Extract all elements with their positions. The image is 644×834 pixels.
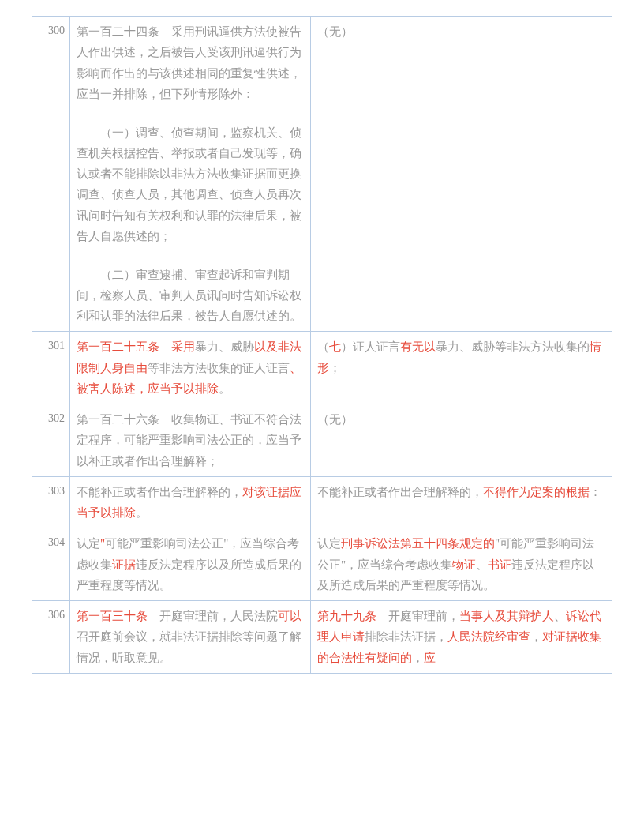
text-segment: 有无以 (400, 340, 436, 353)
text-segment: 当事人及其辩护人 (459, 610, 554, 622)
text-segment: ， (412, 652, 424, 664)
text-segment: 、 (554, 610, 566, 622)
paragraph: 不能补正或者作出合理解释的，对该证据应当予以排除。 (77, 482, 304, 524)
row-number: 300 (32, 17, 70, 332)
text-segment: 不能补正或者作出合理解释的， (317, 486, 483, 498)
text-segment: 、 (476, 558, 488, 571)
text-segment: ， (530, 630, 542, 643)
left-cell: 认定"可能严重影响司法公正"，应当综合考虑收集证据违反法定程序以及所造成后果的严… (70, 528, 311, 601)
text-segment: 第一百二十五条 采用 (77, 340, 195, 353)
text-segment: 。 (136, 506, 148, 519)
paragraph: （二）审查逮捕、审查起诉和审判期间，检察人员、审判人员讯问时告知诉讼权利和认罪的… (77, 265, 304, 327)
text-segment: 不得作为定案的根据 (483, 486, 590, 498)
text-segment: 限制人身自由 (77, 362, 148, 374)
text-segment: 以及非法 (254, 340, 301, 353)
text-segment: 第一百二十四条 采用刑讯逼供方法使被告人作出供述，之后被告人受该刑讯逼供行为影响… (77, 25, 301, 100)
left-cell: 不能补正或者作出合理解释的，对该证据应当予以排除。 (70, 476, 311, 528)
text-segment: 第一百三十条 (77, 610, 148, 622)
text-segment: 开庭审理前， (376, 610, 459, 622)
table-row: 304认定"可能严重影响司法公正"，应当综合考虑收集证据违反法定程序以及所造成后… (32, 528, 612, 601)
text-segment: ； (329, 362, 341, 374)
paragraph: 第九十九条 开庭审理前，当事人及其辩护人、诉讼代理人申请排除非法证据，人民法院经… (317, 606, 605, 668)
right-cell: （七）证人证言有无以暴力、威胁等非法方法收集的情形； (311, 332, 612, 404)
paragraph: （一）调查、侦查期间，监察机关、侦查机关根据控告、举报或者自己发现等，确认或者不… (77, 122, 304, 247)
table-row: 306第一百三十条 开庭审理前，人民法院可以召开庭前会议，就非法证据排除等问题了… (32, 601, 612, 674)
table-row: 300第一百二十四条 采用刑讯逼供方法使被告人作出供述，之后被告人受该刑讯逼供行… (32, 17, 612, 332)
text-segment: 第一百二十六条 收集物证、书证不符合法定程序，可能严重影响司法公正的，应当予以补… (77, 413, 301, 468)
text-segment: ）证人证言 (341, 340, 400, 353)
text-segment: 第九十九条 (317, 610, 376, 622)
text-segment: （ (317, 340, 329, 353)
text-segment: 应 (424, 652, 436, 664)
text-segment: 认定 (317, 537, 341, 550)
text-segment: 。 (219, 382, 230, 395)
text-segment: 排除非法证据， (365, 630, 447, 643)
text-segment: （一）调查、侦查期间，监察机关、侦查机关根据控告、举报或者自己发现等，确认或者不… (77, 126, 301, 242)
comparison-table: 300第一百二十四条 采用刑讯逼供方法使被告人作出供述，之后被告人受该刑讯逼供行… (32, 16, 612, 674)
text-segment: 书证 (488, 558, 511, 571)
text-segment: 七 (329, 340, 341, 353)
paragraph: 第一百二十五条 采用暴力、威胁以及非法限制人身自由等非法方法收集的证人证言、被害… (77, 336, 304, 399)
paragraph: 第一百三十条 开庭审理前，人民法院可以召开庭前会议，就非法证据排除等问题了解情况… (77, 606, 304, 668)
row-number: 301 (32, 332, 70, 404)
row-number: 302 (32, 404, 70, 477)
text-segment: （二）审查逮捕、审查起诉和审判期间，检察人员、审判人员讯问时告知诉讼权利和认罪的… (77, 269, 301, 323)
table-row: 302第一百二十六条 收集物证、书证不符合法定程序，可能严重影响司法公正的，应当… (32, 404, 612, 477)
left-cell: 第一百二十四条 采用刑讯逼供方法使被告人作出供述，之后被告人受该刑讯逼供行为影响… (70, 17, 311, 332)
right-cell: （无） (311, 17, 612, 332)
paragraph: （无） (317, 21, 605, 42)
right-cell: 不能补正或者作出合理解释的，不得作为定案的根据： (311, 476, 612, 528)
paragraph: 认定刑事诉讼法第五十四条规定的"可能严重影响司法公正"，应当综合考虑收集物证、书… (317, 533, 605, 595)
text-segment: 等非法方法收集的证人证言 (148, 362, 290, 374)
text-segment: 召开庭前会议，就非法证据排除等问题了解情况，听取意见。 (77, 630, 301, 663)
paragraph: 第一百二十四条 采用刑讯逼供方法使被告人作出供述，之后被告人受该刑讯逼供行为影响… (77, 21, 304, 104)
text-segment: ： (590, 486, 601, 498)
text-segment: 人民法院经审查 (447, 630, 530, 643)
paragraph: 不能补正或者作出合理解释的，不得作为定案的根据： (317, 482, 605, 502)
left-cell: 第一百二十六条 收集物证、书证不符合法定程序，可能严重影响司法公正的，应当予以补… (70, 404, 311, 477)
text-segment: 可以 (278, 610, 301, 622)
text-segment: 暴力、威胁等非法方法收集的 (436, 340, 590, 353)
text-segment: 不能补正或者作出合理解释的， (77, 486, 242, 498)
text-segment: （无） (317, 25, 353, 38)
text-segment: 证据 (112, 558, 136, 571)
text-segment: 刑事诉讼法第五十四条规定的 (341, 537, 495, 550)
row-number: 303 (32, 476, 70, 528)
right-cell: 认定刑事诉讼法第五十四条规定的"可能严重影响司法公正"，应当综合考虑收集物证、书… (311, 528, 612, 601)
left-cell: 第一百三十条 开庭审理前，人民法院可以召开庭前会议，就非法证据排除等问题了解情况… (70, 601, 311, 674)
text-segment: （无） (317, 413, 353, 426)
row-number: 304 (32, 528, 70, 601)
text-segment: 暴力、威胁 (195, 340, 254, 353)
table-row: 303不能补正或者作出合理解释的，对该证据应当予以排除。不能补正或者作出合理解释… (32, 476, 612, 528)
text-segment: 物证 (452, 558, 476, 571)
right-cell: （无） (311, 404, 612, 477)
left-cell: 第一百二十五条 采用暴力、威胁以及非法限制人身自由等非法方法收集的证人证言、被害… (70, 332, 311, 404)
right-cell: 第九十九条 开庭审理前，当事人及其辩护人、诉讼代理人申请排除非法证据，人民法院经… (311, 601, 612, 674)
table-row: 301第一百二十五条 采用暴力、威胁以及非法限制人身自由等非法方法收集的证人证言… (32, 332, 612, 404)
paragraph: （无） (317, 409, 605, 430)
paragraph: （七）证人证言有无以暴力、威胁等非法方法收集的情形； (317, 336, 605, 378)
text-segment: 认定 (77, 537, 100, 550)
text-segment: 开庭审理前，人民法院 (148, 610, 278, 622)
paragraph: 认定"可能严重影响司法公正"，应当综合考虑收集证据违反法定程序以及所造成后果的严… (77, 533, 304, 595)
row-number: 306 (32, 601, 70, 674)
paragraph: 第一百二十六条 收集物证、书证不符合法定程序，可能严重影响司法公正的，应当予以补… (77, 409, 304, 471)
